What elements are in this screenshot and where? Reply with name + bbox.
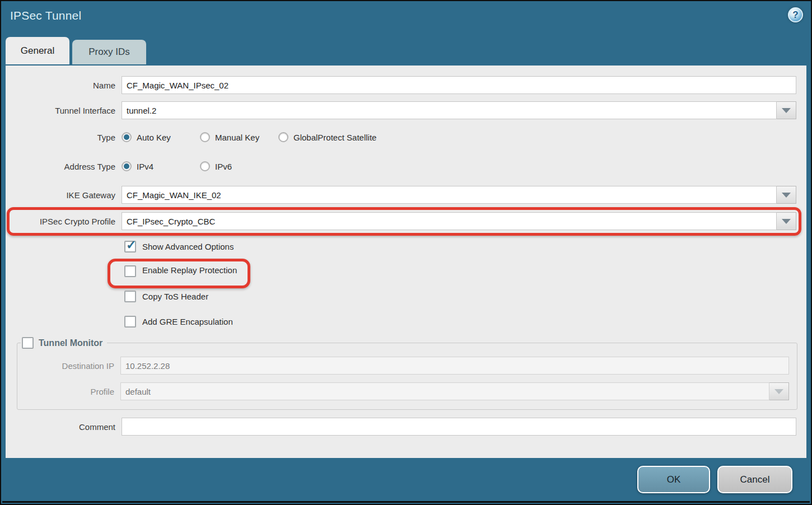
radio-label: GlobalProtect Satellite bbox=[293, 133, 376, 142]
general-tab-panel: Name Tunnel Interface Type Auto Key Manu… bbox=[6, 66, 806, 460]
help-icon[interactable]: ? bbox=[788, 7, 803, 22]
tab-proxy-ids[interactable]: Proxy IDs bbox=[72, 40, 146, 64]
radio-manual-key[interactable] bbox=[200, 132, 210, 142]
dialog-title: IPSec Tunnel bbox=[10, 9, 81, 22]
radio-ipv4[interactable] bbox=[122, 161, 132, 171]
chevron-down-icon bbox=[782, 193, 791, 198]
comment-row: Comment bbox=[6, 418, 806, 436]
ipsec-crypto-profile-input[interactable] bbox=[122, 212, 777, 230]
comment-input[interactable] bbox=[122, 418, 796, 436]
ipsec-tunnel-dialog: IPSec Tunnel ? General Proxy IDs Name Tu… bbox=[0, 0, 812, 505]
comment-label: Comment bbox=[6, 422, 122, 432]
replay-protection-highlight: Enable Replay Protection bbox=[124, 265, 237, 277]
profile-dropdown-button bbox=[769, 382, 789, 400]
dialog-chrome: IPSec Tunnel ? General Proxy IDs bbox=[1, 1, 811, 64]
ike-gateway-label: IKE Gateway bbox=[6, 190, 122, 200]
ike-gateway-row: IKE Gateway bbox=[6, 186, 806, 204]
ok-button[interactable]: OK bbox=[637, 466, 710, 493]
ipsec-crypto-profile-row: IPSec Crypto Profile bbox=[6, 212, 806, 230]
copy-tos-header-checkbox[interactable] bbox=[124, 291, 136, 302]
tunnel-interface-input[interactable] bbox=[122, 101, 777, 119]
profile-input bbox=[120, 382, 769, 400]
enable-replay-protection-row: Enable Replay Protection bbox=[6, 265, 806, 277]
radio-label: Manual Key bbox=[215, 133, 259, 142]
enable-replay-protection-checkbox[interactable] bbox=[124, 265, 136, 277]
checkbox-label: Enable Replay Protection bbox=[142, 265, 237, 277]
tab-general[interactable]: General bbox=[6, 37, 69, 64]
titlebar: IPSec Tunnel bbox=[1, 1, 811, 25]
address-type-label: Address Type bbox=[6, 162, 122, 171]
destination-ip-input bbox=[120, 357, 789, 375]
type-option-manual-key[interactable]: Manual Key bbox=[200, 132, 278, 142]
destination-ip-row: Destination IP bbox=[17, 357, 789, 375]
ike-gateway-input[interactable] bbox=[122, 186, 777, 204]
radio-globalprotect-satellite[interactable] bbox=[278, 132, 288, 142]
add-gre-encapsulation-row: Add GRE Encapsulation bbox=[6, 316, 806, 328]
name-input[interactable] bbox=[122, 76, 796, 94]
tunnel-interface-dropdown-button[interactable] bbox=[777, 101, 796, 119]
tab-bar: General Proxy IDs bbox=[1, 37, 811, 64]
tunnel-monitor-label: Tunnel Monitor bbox=[39, 338, 102, 348]
tunnel-monitor-checkbox[interactable] bbox=[22, 337, 34, 349]
address-type-option-ipv4[interactable]: IPv4 bbox=[122, 161, 200, 171]
type-row: Type Auto Key Manual Key GlobalProtect S… bbox=[6, 130, 806, 144]
name-label: Name bbox=[6, 81, 122, 90]
chevron-down-icon bbox=[782, 219, 791, 224]
tunnel-interface-row: Tunnel Interface bbox=[6, 101, 806, 119]
show-advanced-options-row: Show Advanced Options bbox=[6, 241, 806, 252]
copy-tos-header-row: Copy ToS Header bbox=[6, 291, 806, 302]
cancel-button[interactable]: Cancel bbox=[717, 466, 792, 493]
name-row: Name bbox=[6, 76, 806, 94]
checkbox-label: Copy ToS Header bbox=[142, 292, 208, 301]
ike-gateway-dropdown-button[interactable] bbox=[777, 186, 796, 204]
checkbox-label: Add GRE Encapsulation bbox=[142, 317, 233, 326]
type-label: Type bbox=[6, 133, 122, 142]
radio-label: IPv6 bbox=[215, 162, 232, 171]
radio-label: Auto Key bbox=[137, 133, 171, 142]
type-option-globalprotect-satellite[interactable]: GlobalProtect Satellite bbox=[278, 132, 376, 142]
tunnel-monitor-group: Tunnel Monitor Destination IP Profile bbox=[17, 337, 797, 410]
type-option-auto-key[interactable]: Auto Key bbox=[122, 132, 200, 142]
radio-label: IPv4 bbox=[137, 162, 153, 171]
tunnel-interface-label: Tunnel Interface bbox=[6, 106, 122, 115]
chevron-down-icon bbox=[782, 108, 791, 113]
ipsec-crypto-profile-dropdown-button[interactable] bbox=[777, 212, 796, 230]
tunnel-monitor-legend: Tunnel Monitor bbox=[21, 337, 107, 349]
checkbox-label: Show Advanced Options bbox=[142, 242, 234, 251]
show-advanced-options-checkbox[interactable] bbox=[124, 241, 136, 252]
dialog-footer: OK Cancel bbox=[2, 458, 810, 503]
chevron-down-icon bbox=[774, 389, 783, 394]
address-type-row: Address Type IPv4 IPv6 bbox=[6, 160, 806, 173]
profile-label: Profile bbox=[17, 387, 120, 396]
radio-ipv6[interactable] bbox=[200, 161, 210, 171]
ipsec-crypto-profile-label: IPSec Crypto Profile bbox=[6, 217, 122, 226]
address-type-option-ipv6[interactable]: IPv6 bbox=[200, 161, 232, 171]
destination-ip-label: Destination IP bbox=[17, 361, 120, 371]
add-gre-encapsulation-checkbox[interactable] bbox=[124, 316, 136, 328]
profile-row: Profile bbox=[17, 382, 789, 400]
radio-auto-key[interactable] bbox=[122, 132, 132, 142]
